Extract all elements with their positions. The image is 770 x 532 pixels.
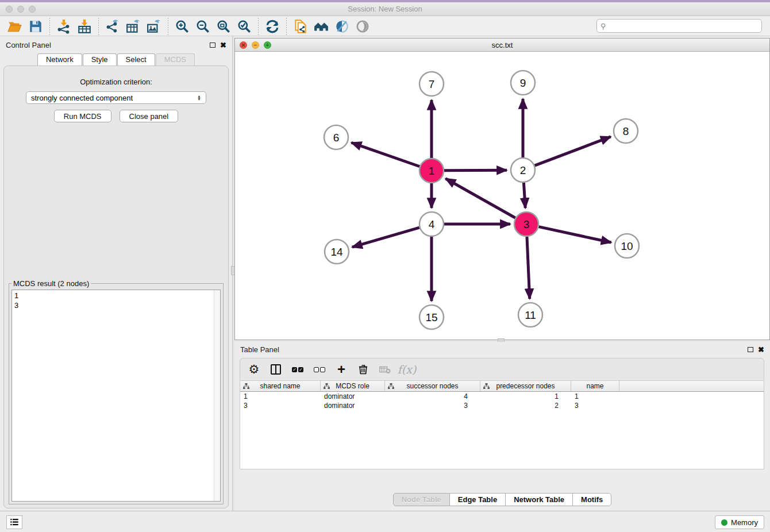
column-header-successor-nodes[interactable]: successor nodes xyxy=(385,381,480,391)
network-minimize-button[interactable]: − xyxy=(252,41,259,49)
save-icon[interactable] xyxy=(25,18,46,35)
tab-edge-table[interactable]: Edge Table xyxy=(450,493,506,506)
float-panel-icon[interactable] xyxy=(210,43,215,48)
task-history-button[interactable] xyxy=(6,515,22,529)
show-columns-icon[interactable] xyxy=(269,363,283,376)
zoom-fit-icon[interactable] xyxy=(213,18,234,35)
tab-node-table[interactable]: Node Table xyxy=(393,493,450,506)
app-close-button[interactable] xyxy=(6,6,13,13)
app-minimize-button[interactable] xyxy=(17,6,24,13)
delete-columns-icon[interactable] xyxy=(356,363,370,376)
application-window: Session: New Session xyxy=(0,0,770,532)
run-mcds-button[interactable]: Run MCDS xyxy=(54,110,111,122)
add-column-icon[interactable]: + xyxy=(334,363,348,376)
settings-gear-icon[interactable]: ⚙ xyxy=(247,363,261,376)
close-panel-icon[interactable]: ✖ xyxy=(220,41,226,49)
float-table-panel-icon[interactable] xyxy=(748,347,753,352)
edge-3-1[interactable] xyxy=(445,179,515,218)
column-header-MCDS-role[interactable]: MCDS role xyxy=(321,381,385,391)
import-table-icon[interactable] xyxy=(74,18,95,35)
zoom-in-icon[interactable] xyxy=(172,18,192,35)
show-graphics-icon[interactable] xyxy=(352,18,373,35)
network-close-button[interactable]: ✕ xyxy=(240,41,247,49)
edge-3-10[interactable] xyxy=(538,227,611,242)
close-table-panel-icon[interactable]: ✖ xyxy=(758,346,764,353)
home-icon[interactable] xyxy=(311,18,332,35)
main-toolbar: ⚲ xyxy=(0,17,770,36)
mcds-result-group: MCDS result (2 nodes) 1 3 xyxy=(9,283,224,504)
cell-MCDS-role[interactable]: dominator xyxy=(321,401,385,410)
unselect-all-columns-icon[interactable] xyxy=(313,363,326,376)
graph-node-7[interactable]: 7 xyxy=(419,72,444,96)
tab-network-table[interactable]: Network Table xyxy=(506,493,573,506)
column-header-shared-name[interactable]: shared name xyxy=(240,381,321,391)
zoom-selected-icon[interactable] xyxy=(234,18,255,35)
column-header-name[interactable]: name xyxy=(571,381,619,391)
delete-table-icon xyxy=(378,363,392,376)
table-row[interactable]: 1dominator411 xyxy=(240,392,764,401)
cell-successor-nodes[interactable]: 4 xyxy=(385,392,480,401)
tab-mcds[interactable]: MCDS xyxy=(156,53,195,65)
cell-shared-name[interactable]: 1 xyxy=(240,392,321,401)
hide-style-icon[interactable] xyxy=(332,18,352,35)
graph-node-2[interactable]: 2 xyxy=(511,158,535,182)
table-tabs: Node TableEdge TableNetwork TableMotifs xyxy=(234,493,770,506)
svg-text:2: 2 xyxy=(520,164,526,176)
cell-predecessor-nodes[interactable]: 2 xyxy=(480,401,571,410)
export-table-icon[interactable] xyxy=(123,18,144,35)
dropdown-value: strongly connected component xyxy=(31,94,133,102)
network-window-titlebar[interactable]: ✕ − + scc.txt xyxy=(235,38,769,52)
clone-network-icon[interactable] xyxy=(290,18,311,35)
mcds-result-scrollbar[interactable] xyxy=(214,290,220,501)
tab-network[interactable]: Network xyxy=(37,53,82,65)
table-toolbar: ⚙ ✓✓ + f(x) xyxy=(240,358,764,381)
edge-2-3[interactable] xyxy=(523,183,525,208)
network-maximize-button[interactable]: + xyxy=(264,41,271,49)
cell-shared-name[interactable]: 3 xyxy=(240,401,321,410)
open-folder-icon[interactable] xyxy=(5,18,25,35)
edge-1-2[interactable] xyxy=(444,170,507,171)
graph-node-10[interactable]: 10 xyxy=(615,234,639,258)
memory-status-icon xyxy=(721,519,727,526)
graph-node-3[interactable]: 3 xyxy=(514,212,538,236)
edge-3-11[interactable] xyxy=(527,237,530,299)
table-row[interactable]: 3dominator323 xyxy=(240,401,764,410)
mcds-result-text[interactable]: 1 3 xyxy=(11,290,221,502)
column-header-predecessor-nodes[interactable]: predecessor nodes xyxy=(480,381,571,391)
cell-name[interactable]: 3 xyxy=(571,401,619,410)
select-all-columns-icon[interactable]: ✓✓ xyxy=(291,363,305,376)
tab-motifs[interactable]: Motifs xyxy=(573,493,611,506)
graph-node-14[interactable]: 14 xyxy=(325,240,349,264)
control-panel-tabs: NetworkStyleSelectMCDS xyxy=(0,53,232,65)
search-field[interactable]: ⚲ xyxy=(596,19,762,33)
app-zoom-button[interactable] xyxy=(29,6,36,13)
optimization-criterion-dropdown[interactable]: strongly connected component ▲▼ xyxy=(26,91,206,104)
export-network-icon[interactable] xyxy=(102,18,123,35)
tab-select[interactable]: Select xyxy=(117,53,155,65)
import-network-icon[interactable] xyxy=(53,18,74,35)
network-canvas[interactable]: 7968124314101511 xyxy=(235,52,769,340)
apply-layout-icon[interactable] xyxy=(262,18,283,35)
node-table: shared nameMCDS rolesuccessor nodesprede… xyxy=(240,381,764,469)
edge-2-8[interactable] xyxy=(535,137,611,165)
cell-MCDS-role[interactable]: dominator xyxy=(321,392,385,401)
tab-style[interactable]: Style xyxy=(83,53,117,65)
zoom-out-icon[interactable] xyxy=(192,18,213,35)
cell-predecessor-nodes[interactable]: 1 xyxy=(480,392,571,401)
graph-node-15[interactable]: 15 xyxy=(419,305,444,329)
graph-node-11[interactable]: 11 xyxy=(518,303,542,327)
cell-name[interactable]: 1 xyxy=(571,392,619,401)
graph-node-6[interactable]: 6 xyxy=(324,125,348,149)
edge-1-6[interactable] xyxy=(351,142,419,167)
table-header-row: shared nameMCDS rolesuccessor nodesprede… xyxy=(240,381,764,392)
close-panel-button[interactable]: Close panel xyxy=(120,110,179,122)
memory-button[interactable]: Memory xyxy=(715,515,764,529)
cell-successor-nodes[interactable]: 3 xyxy=(385,401,480,410)
graph-node-1[interactable]: 1 xyxy=(419,159,444,183)
search-input[interactable] xyxy=(609,22,758,30)
export-image-icon[interactable] xyxy=(144,18,164,35)
graph-node-9[interactable]: 9 xyxy=(511,71,535,95)
edge-4-14[interactable] xyxy=(352,228,419,247)
graph-node-8[interactable]: 8 xyxy=(614,119,638,143)
graph-node-4[interactable]: 4 xyxy=(419,212,444,236)
